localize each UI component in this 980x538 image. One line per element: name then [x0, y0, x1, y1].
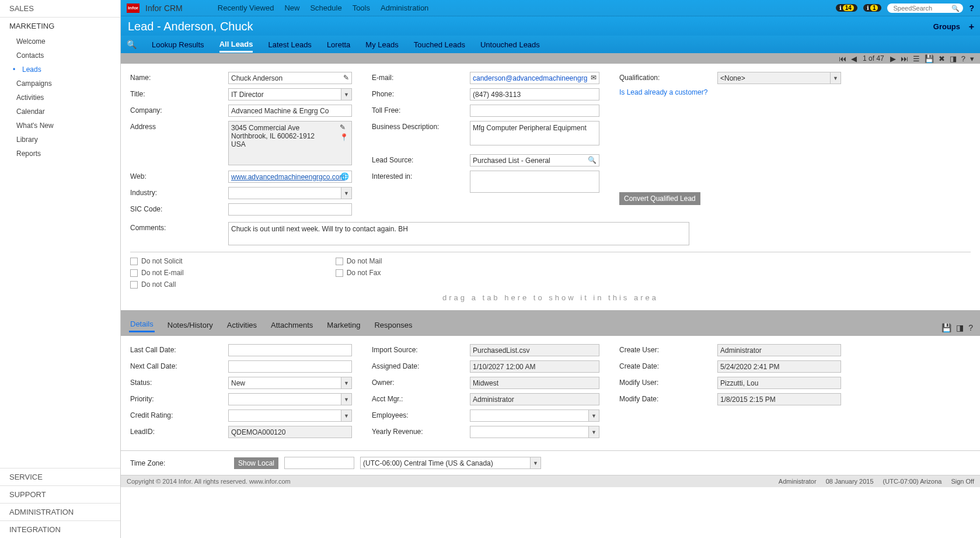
add-group-icon[interactable]: + — [969, 22, 974, 32]
lastcall-input[interactable] — [228, 344, 352, 356]
drag-tab-area[interactable]: drag a tab here to show it in this area — [130, 289, 971, 307]
globe-icon[interactable]: 🌐 — [340, 172, 349, 181]
sidebar-section-support[interactable]: SUPPORT — [0, 485, 120, 503]
menu-new[interactable]: New — [284, 4, 299, 12]
donot-email-checkbox[interactable]: Do not E-mail — [130, 269, 184, 277]
notification-badge-2[interactable]: ℹ 1 — [863, 4, 882, 12]
title-select[interactable]: IT Director▼ — [228, 88, 352, 100]
tab-all-leads[interactable]: All Leads — [219, 36, 253, 53]
donot-solicit-checkbox[interactable]: Do not Solicit — [130, 257, 184, 265]
notification-badge-1[interactable]: ℹ 14 — [836, 4, 857, 12]
list-icon[interactable]: ☰ — [912, 54, 921, 63]
sidebar-section-integration[interactable]: INTEGRATION — [0, 520, 120, 538]
sidebar-item-activities[interactable]: Activities — [0, 91, 120, 105]
status-select[interactable]: New▼ — [228, 377, 352, 389]
sidebar-section-service[interactable]: SERVICE — [0, 468, 120, 485]
sidebar-item-leads[interactable]: Leads — [0, 63, 120, 77]
menu-recently-viewed[interactable]: Recently Viewed — [218, 4, 274, 12]
sidebar-item-contacts[interactable]: Contacts — [0, 48, 120, 63]
tab-latest-leads[interactable]: Latest Leads — [268, 37, 311, 53]
chevron-down-icon[interactable]: ▼ — [830, 72, 841, 84]
revenue-select[interactable]: ▼ — [470, 426, 599, 438]
help-icon[interactable]: ? — [968, 323, 973, 332]
dropdown-icon[interactable]: ▾ — [969, 54, 975, 63]
delete-icon[interactable]: ✖ — [937, 54, 946, 63]
leadsource-input[interactable]: Purchased List - General🔍 — [470, 154, 599, 166]
tab-lookup-results[interactable]: Lookup Results — [152, 37, 204, 53]
sidebar-item-campaigns[interactable]: Campaigns — [0, 77, 120, 91]
bizdesc-textarea[interactable] — [470, 121, 599, 145]
credit-select[interactable]: ▼ — [228, 409, 352, 422]
pencil-icon[interactable]: ✎ — [343, 74, 349, 82]
chevron-down-icon[interactable]: ▼ — [588, 410, 599, 421]
qualification-select[interactable]: <None>▼ — [717, 72, 841, 84]
donot-call-checkbox[interactable]: Do not Call — [130, 280, 184, 289]
industry-select[interactable]: ▼ — [228, 187, 352, 199]
sic-input[interactable] — [228, 203, 352, 216]
sidebar-section-marketing[interactable]: MARKETING — [0, 18, 120, 34]
map-pin-icon[interactable]: 📍 — [340, 133, 348, 141]
company-input[interactable] — [228, 105, 352, 117]
address-textarea[interactable] — [228, 121, 352, 165]
prev-page-icon[interactable]: ◀ — [850, 54, 858, 63]
search-icon[interactable]: 🔍 — [588, 156, 597, 164]
web-link[interactable]: www.advancedmachineengrgco.com🌐 — [228, 171, 352, 183]
chevron-down-icon[interactable]: ▼ — [341, 410, 351, 421]
chevron-down-icon[interactable]: ▼ — [341, 89, 351, 100]
convert-qualified-lead-button[interactable]: Convert Qualified Lead — [619, 192, 700, 205]
help-icon[interactable]: ? — [969, 4, 974, 13]
help-icon[interactable]: ? — [960, 54, 967, 63]
last-page-icon[interactable]: ⏭ — [899, 54, 909, 63]
sidebar-item-library[interactable]: Library — [0, 133, 120, 147]
acctmgr-field[interactable]: Administrator — [470, 393, 599, 405]
tab-touched-leads[interactable]: Touched Leads — [414, 37, 465, 53]
menu-tools[interactable]: Tools — [353, 4, 370, 12]
show-local-button[interactable]: Show Local — [234, 457, 278, 469]
email-input[interactable]: canderson@advancedmachineengrg✉ — [470, 72, 599, 84]
footer-signoff[interactable]: Sign Off — [951, 478, 974, 485]
owner-field[interactable]: Midwest — [470, 377, 599, 389]
next-page-icon[interactable]: ▶ — [889, 54, 897, 63]
is-customer-link[interactable]: Is Lead already a customer? — [619, 88, 707, 96]
dtab-responses[interactable]: Responses — [373, 318, 413, 332]
tollfree-input[interactable] — [470, 105, 599, 117]
tab-loretta[interactable]: Loretta — [327, 37, 350, 53]
tab-untouched-leads[interactable]: Untouched Leads — [480, 37, 540, 53]
donot-fax-checkbox[interactable]: Do not Fax — [336, 269, 382, 277]
mail-icon[interactable]: ✉ — [591, 74, 597, 82]
sidebar-item-whatsnew[interactable]: What's New — [0, 119, 120, 133]
menu-administration[interactable]: Administration — [381, 4, 428, 12]
dtab-activities[interactable]: Activities — [226, 318, 258, 332]
speedsearch-box[interactable]: 🔍 — [887, 4, 963, 13]
lookup-icon[interactable]: 🔍 — [127, 40, 137, 49]
donot-mail-checkbox[interactable]: Do not Mail — [336, 257, 382, 265]
save-icon[interactable]: 💾 — [941, 323, 951, 332]
sidebar-item-welcome[interactable]: Welcome — [0, 34, 120, 48]
tab-my-leads[interactable]: My Leads — [365, 37, 398, 53]
sidebar-item-reports[interactable]: Reports — [0, 147, 120, 161]
sidebar-item-calendar[interactable]: Calendar — [0, 105, 120, 119]
dtab-details[interactable]: Details — [129, 317, 155, 332]
dtab-attachments[interactable]: Attachments — [270, 318, 314, 332]
employees-select[interactable]: ▼ — [470, 409, 599, 422]
save-icon[interactable]: 💾 — [923, 54, 935, 63]
chevron-down-icon[interactable]: ▼ — [341, 394, 351, 405]
chevron-down-icon[interactable]: ▼ — [341, 377, 351, 388]
dtab-marketing[interactable]: Marketing — [326, 318, 361, 332]
interested-textarea[interactable] — [470, 171, 599, 193]
first-page-icon[interactable]: ⏮ — [838, 54, 848, 63]
edit-icon[interactable]: ◨ — [948, 54, 958, 63]
search-icon[interactable]: 🔍 — [951, 5, 960, 12]
sidebar-section-sales[interactable]: SALES — [0, 0, 120, 18]
phone-input[interactable] — [470, 88, 599, 100]
edit-icon[interactable]: ◨ — [956, 323, 964, 332]
priority-select[interactable]: ▼ — [228, 393, 352, 405]
comments-textarea[interactable] — [228, 222, 689, 245]
dtab-notes[interactable]: Notes/History — [166, 318, 214, 332]
chevron-down-icon[interactable]: ▼ — [341, 188, 351, 199]
pencil-icon[interactable]: ✎ — [340, 123, 348, 131]
timezone-select[interactable]: (UTC-06:00) Central Time (US & Canada)▼ — [360, 457, 541, 469]
nextcall-input[interactable] — [228, 360, 352, 373]
timezone-empty-input[interactable] — [284, 457, 354, 469]
chevron-down-icon[interactable]: ▼ — [530, 457, 540, 468]
